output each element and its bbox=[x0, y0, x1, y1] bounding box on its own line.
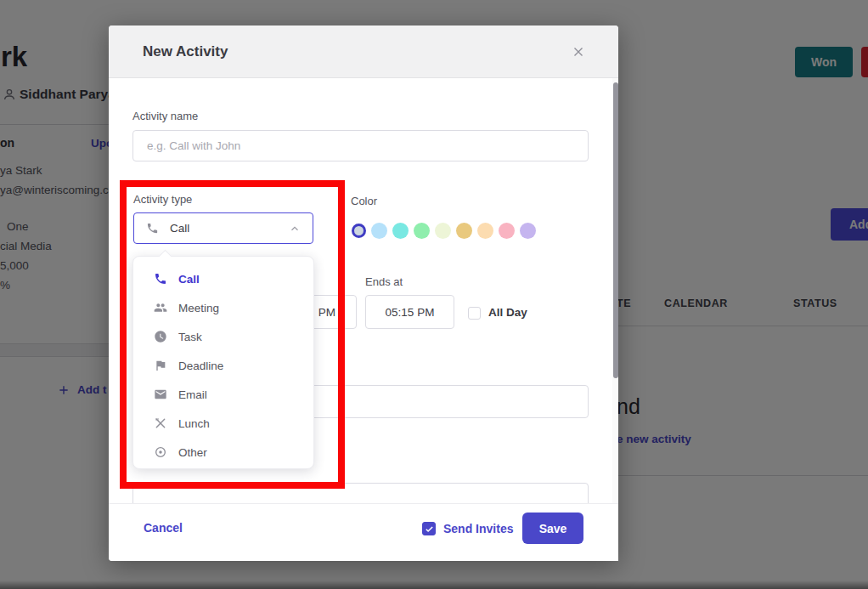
dropdown-item-label: Lunch bbox=[178, 417, 210, 430]
activity-name-placeholder: e.g. Call with John bbox=[133, 131, 588, 161]
activity-name-input[interactable]: e.g. Call with John bbox=[132, 130, 589, 161]
color-swatch[interactable] bbox=[477, 223, 493, 239]
chevron-up-icon bbox=[289, 223, 301, 235]
dropdown-item-lunch[interactable]: Lunch bbox=[133, 409, 313, 438]
dropdown-item-label: Other bbox=[178, 446, 207, 459]
activity-type-dropdown: Call Meeting Task Deadline Email Lunch bbox=[132, 256, 314, 469]
activity-type-select[interactable]: Call bbox=[133, 212, 313, 244]
ends-at-value: 05:15 PM bbox=[386, 306, 435, 319]
activity-name-label: Activity name bbox=[132, 110, 198, 122]
starts-at-value-fragment: PM bbox=[318, 306, 335, 319]
screen: rk Siddhant Parya on Upc ya Stark ya@win… bbox=[0, 0, 868, 589]
flag-icon bbox=[154, 359, 167, 372]
cancel-button[interactable]: Cancel bbox=[144, 521, 183, 535]
close-icon[interactable] bbox=[571, 44, 586, 59]
new-activity-modal: New Activity Activity name e.g. Call wit… bbox=[109, 25, 618, 561]
dropdown-item-call[interactable]: Call bbox=[133, 264, 313, 293]
modal-title: New Activity bbox=[143, 25, 228, 78]
people-icon bbox=[154, 301, 167, 314]
activity-type-selected-value: Call bbox=[170, 222, 189, 235]
modal-footer: Cancel Send Invites Save bbox=[109, 503, 618, 561]
phone-icon bbox=[146, 222, 159, 235]
all-day-checkbox[interactable] bbox=[468, 307, 481, 320]
dropdown-item-email[interactable]: Email bbox=[133, 380, 313, 409]
color-swatch[interactable] bbox=[392, 223, 409, 239]
dropdown-item-label: Call bbox=[178, 273, 200, 286]
bottom-edge-shadow bbox=[0, 581, 868, 589]
color-swatch[interactable] bbox=[414, 223, 430, 239]
dropdown-item-label: Deadline bbox=[178, 360, 223, 372]
activity-type-label: Activity type bbox=[133, 193, 192, 206]
color-swatch[interactable] bbox=[456, 223, 472, 239]
all-day-label: All Day bbox=[488, 306, 527, 319]
check-icon bbox=[425, 524, 434, 534]
dropdown-item-other[interactable]: Other bbox=[133, 438, 313, 467]
color-swatch[interactable] bbox=[435, 223, 451, 239]
scrollbar-thumb[interactable] bbox=[613, 82, 618, 378]
color-swatch-selected[interactable] bbox=[352, 224, 366, 238]
color-swatch[interactable] bbox=[371, 223, 387, 239]
dropdown-caret bbox=[159, 250, 172, 263]
envelope-icon bbox=[154, 388, 167, 401]
dropdown-item-meeting[interactable]: Meeting bbox=[133, 293, 313, 322]
dropdown-item-deadline[interactable]: Deadline bbox=[133, 351, 313, 380]
color-label: Color bbox=[351, 195, 377, 207]
send-invites-label: Send Invites bbox=[443, 522, 513, 535]
save-button[interactable]: Save bbox=[522, 513, 583, 544]
color-swatch-row bbox=[352, 223, 536, 239]
ends-at-input[interactable]: 05:15 PM bbox=[365, 295, 454, 329]
dropdown-item-label: Email bbox=[178, 388, 207, 401]
color-swatch[interactable] bbox=[520, 223, 536, 239]
utensils-icon bbox=[154, 416, 167, 430]
phone-icon bbox=[154, 272, 167, 286]
dropdown-item-label: Task bbox=[178, 331, 202, 343]
dropdown-item-label: Meeting bbox=[178, 302, 219, 314]
clock-icon bbox=[154, 330, 167, 343]
modal-header: New Activity bbox=[109, 25, 618, 78]
ends-at-label: Ends at bbox=[365, 275, 403, 288]
other-icon bbox=[154, 445, 167, 459]
color-swatch[interactable] bbox=[499, 223, 515, 239]
send-invites-checkbox[interactable] bbox=[422, 522, 436, 535]
dropdown-item-task[interactable]: Task bbox=[133, 322, 313, 351]
modal-scrollbar[interactable] bbox=[612, 78, 618, 561]
